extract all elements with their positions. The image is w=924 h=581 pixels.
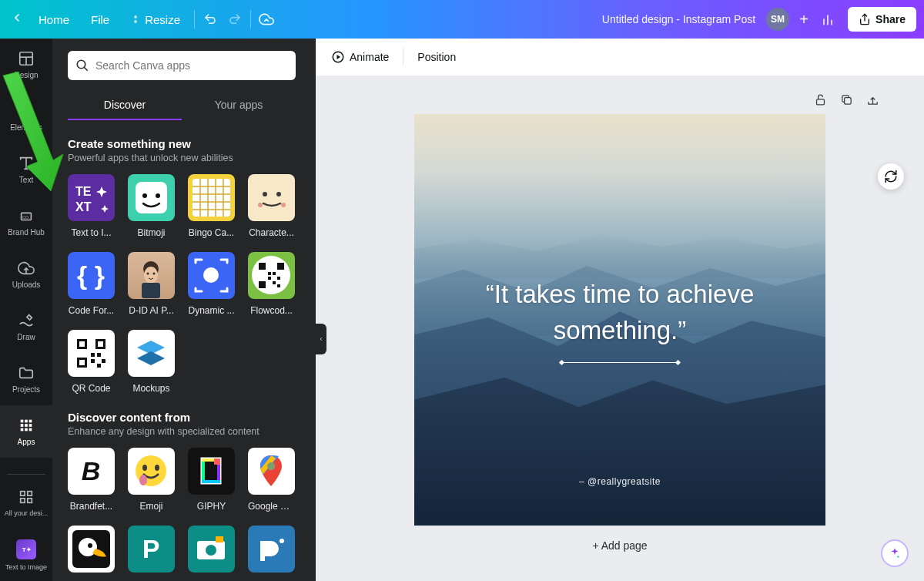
animate-label: Animate bbox=[350, 51, 389, 63]
credit-text[interactable]: – @reallygreatsite bbox=[579, 476, 661, 487]
canvas-scroll[interactable]: “It takes time to achieve something.” – … bbox=[316, 76, 924, 581]
svg-rect-23 bbox=[21, 491, 25, 495]
rail-projects[interactable]: Projects bbox=[0, 353, 52, 405]
svg-rect-33 bbox=[844, 97, 851, 104]
app-tile-icon bbox=[128, 174, 175, 221]
app-item[interactable]: Text to I... bbox=[68, 174, 115, 238]
quote-text[interactable]: “It takes time to achieve something.” bbox=[414, 277, 825, 348]
app-item[interactable] bbox=[248, 526, 295, 573]
app-item[interactable] bbox=[128, 526, 175, 573]
svg-rect-8 bbox=[26, 111, 32, 116]
rail-text-to-image[interactable]: T✦ Text to Image bbox=[0, 529, 52, 581]
position-label: Position bbox=[417, 51, 456, 63]
rail-design[interactable]: Design bbox=[0, 39, 52, 91]
app-item[interactable]: Bingo Ca... bbox=[188, 174, 235, 238]
app-item[interactable]: Characte... bbox=[248, 174, 295, 238]
search-field[interactable] bbox=[68, 51, 296, 80]
rail-uploads[interactable]: Uploads bbox=[0, 248, 52, 301]
undo-icon[interactable] bbox=[198, 7, 223, 32]
home-menu[interactable]: Home bbox=[28, 0, 80, 39]
app-label: Flowcod... bbox=[248, 305, 295, 316]
section-subtitle: Enhance any design with specialized cont… bbox=[68, 426, 306, 437]
rail-text[interactable]: Text bbox=[0, 143, 52, 196]
rail-label: Text bbox=[19, 176, 33, 184]
t2i-icon: T✦ bbox=[16, 539, 36, 559]
app-label: Text to I... bbox=[68, 227, 115, 238]
app-tile-icon bbox=[248, 526, 295, 573]
add-collaborator-icon[interactable]: + bbox=[792, 8, 815, 31]
app-item[interactable] bbox=[68, 526, 115, 573]
rail-brand-hub[interactable]: CO. Brand Hub bbox=[0, 196, 52, 248]
rail-apps[interactable]: Apps bbox=[0, 405, 52, 458]
app-label: Dynamic ... bbox=[188, 305, 235, 316]
svg-text:T✦: T✦ bbox=[22, 546, 32, 553]
app-item[interactable]: Google M... bbox=[248, 448, 295, 512]
position-button[interactable]: Position bbox=[414, 46, 459, 68]
rail-draw[interactable]: Draw bbox=[0, 301, 52, 353]
svg-rect-21 bbox=[25, 428, 28, 432]
resize-menu[interactable]: Resize bbox=[120, 0, 191, 39]
rail-label: Uploads bbox=[12, 280, 41, 289]
divider bbox=[250, 10, 251, 29]
svg-rect-15 bbox=[25, 420, 28, 423]
app-label: Google M... bbox=[248, 501, 295, 512]
ai-assistant-fab[interactable] bbox=[881, 539, 909, 567]
app-item[interactable] bbox=[188, 526, 235, 573]
app-label: QR Code bbox=[68, 383, 115, 394]
redo-icon[interactable] bbox=[223, 7, 247, 32]
search-icon bbox=[75, 59, 89, 72]
topbar: Home File Resize Untitled design - Insta… bbox=[0, 0, 924, 39]
design-canvas[interactable]: “It takes time to achieve something.” – … bbox=[414, 114, 825, 526]
grid-icon bbox=[18, 417, 35, 434]
app-tile-icon bbox=[188, 174, 235, 221]
svg-point-28 bbox=[77, 60, 85, 69]
app-item[interactable]: GIPHY bbox=[188, 448, 235, 512]
back-icon[interactable] bbox=[11, 12, 23, 28]
export-icon[interactable] bbox=[864, 91, 881, 108]
tab-discover[interactable]: Discover bbox=[68, 89, 182, 120]
app-tile-icon bbox=[128, 526, 175, 573]
app-tile-icon bbox=[248, 252, 295, 299]
app-label: D-ID AI P... bbox=[128, 305, 175, 316]
app-item[interactable]: Mockups bbox=[128, 330, 175, 394]
app-tile-icon bbox=[68, 526, 115, 573]
search-input[interactable] bbox=[95, 59, 288, 72]
rail-label: Brand Hub bbox=[8, 228, 45, 237]
app-item[interactable]: Emoji bbox=[128, 448, 175, 512]
app-item[interactable]: QR Code bbox=[68, 330, 115, 394]
rail-all-designs[interactable]: All your desi... bbox=[0, 476, 52, 529]
side-rail: Design Elements Text CO. Brand Hub Uploa… bbox=[0, 39, 52, 581]
app-item[interactable]: Code For... bbox=[68, 252, 115, 316]
app-item[interactable]: D-ID AI P... bbox=[128, 252, 175, 316]
duplicate-icon[interactable] bbox=[838, 91, 855, 108]
file-menu[interactable]: File bbox=[80, 0, 120, 39]
panel-collapse-handle[interactable] bbox=[316, 324, 326, 354]
share-button[interactable]: Share bbox=[848, 7, 916, 32]
rail-label: All your desi... bbox=[5, 509, 49, 517]
document-title[interactable]: Untitled design - Instagram Post bbox=[602, 13, 755, 25]
app-tile-icon bbox=[68, 252, 115, 299]
user-avatar[interactable]: SM bbox=[766, 8, 789, 31]
insights-icon[interactable] bbox=[815, 7, 840, 32]
app-item[interactable]: Flowcod... bbox=[248, 252, 295, 316]
regenerate-icon[interactable] bbox=[878, 163, 904, 190]
app-item[interactable]: Dynamic ... bbox=[188, 252, 235, 316]
app-tile-icon bbox=[188, 252, 235, 299]
svg-rect-20 bbox=[21, 428, 24, 432]
share-label: Share bbox=[875, 13, 906, 25]
rail-elements[interactable]: Elements bbox=[0, 91, 52, 143]
app-label: Code For... bbox=[68, 305, 115, 316]
shapes-icon bbox=[18, 102, 35, 119]
divider bbox=[194, 10, 195, 29]
tab-your-apps[interactable]: Your apps bbox=[182, 89, 296, 120]
app-item[interactable]: Bitmoji bbox=[128, 174, 175, 238]
animate-button[interactable]: Animate bbox=[328, 45, 392, 69]
app-item[interactable]: Brandfet... bbox=[68, 448, 115, 512]
app-tile-icon bbox=[128, 448, 175, 495]
svg-text:CO.: CO. bbox=[22, 215, 30, 220]
app-tile-icon bbox=[128, 330, 175, 377]
lock-icon[interactable] bbox=[812, 91, 829, 108]
add-page-button[interactable]: + Add page bbox=[343, 526, 896, 558]
cloud-sync-icon[interactable] bbox=[254, 7, 279, 32]
app-label: Mockups bbox=[128, 383, 175, 394]
